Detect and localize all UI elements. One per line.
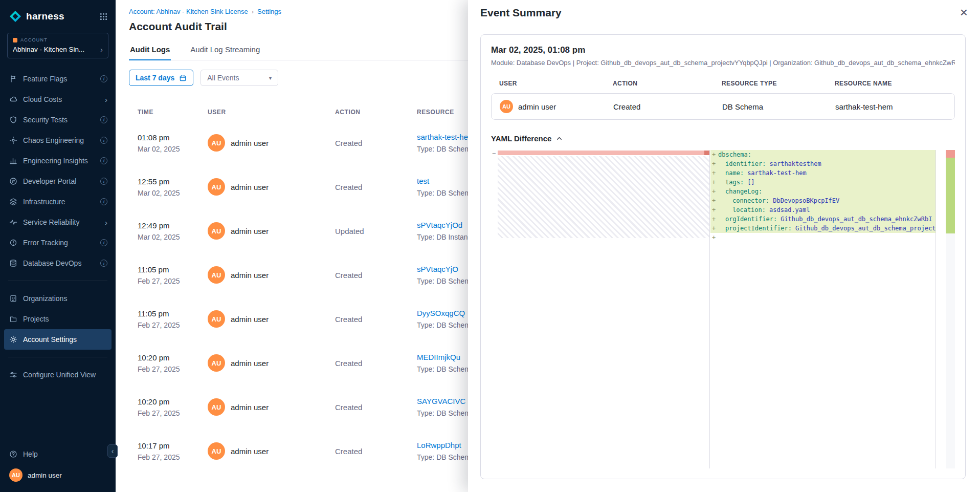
sidebar-item-account-settings[interactable]: Account Settings xyxy=(4,329,112,350)
diff-added-line: +changeLog: xyxy=(710,187,936,196)
yaml-key: identifier: xyxy=(725,160,766,167)
sidebar-item-cloud-costs[interactable]: Cloud Costs › xyxy=(4,89,112,110)
sidebar-item-error-tracking[interactable]: Error Tracking i xyxy=(4,232,112,253)
caret-down-icon: ▾ xyxy=(269,75,272,81)
diff-added-line: +tags:[] xyxy=(710,178,936,187)
event-user: admin user xyxy=(518,102,556,111)
yaml-difference-toggle[interactable]: YAML Difference xyxy=(491,134,563,143)
sidebar-item-engineering-insights[interactable]: Engineering Insights i xyxy=(4,151,112,171)
column-time: TIME xyxy=(138,109,208,116)
brand-name: harness xyxy=(26,11,95,22)
event-timestamp: Mar 02, 2025, 01:08 pm xyxy=(491,45,955,55)
row-time: 01:08 pm xyxy=(138,133,208,142)
row-user: admin user xyxy=(231,447,269,456)
date-range-label: Last 7 days xyxy=(136,74,174,82)
diff-minimap[interactable] xyxy=(946,150,955,468)
sidebar-item-chaos-engineering[interactable]: Chaos Engineering i xyxy=(4,130,112,151)
plus-icon: + xyxy=(710,215,718,224)
plus-icon: + xyxy=(710,233,718,242)
event-resource-type: DB Schema xyxy=(722,102,835,111)
avatar: AU xyxy=(208,354,225,372)
resource-link[interactable]: SAYGVACIVC xyxy=(417,397,465,405)
module-grid-icon[interactable] xyxy=(100,13,107,20)
sidebar-item-label: Help xyxy=(23,450,107,458)
yaml-difference-label: YAML Difference xyxy=(491,134,551,143)
events-filter-dropdown[interactable]: All Events ▾ xyxy=(201,70,278,86)
sidebar-item-projects[interactable]: Projects xyxy=(4,309,112,329)
yaml-key: location: xyxy=(732,206,766,213)
plus-icon: + xyxy=(710,205,718,215)
compass-icon xyxy=(9,177,18,185)
module-nav: Feature Flags i Cloud Costs › Security T… xyxy=(0,69,116,273)
sidebar-item-service-reliability[interactable]: Service Reliability › xyxy=(4,212,112,232)
harness-logo[interactable]: harness xyxy=(0,0,116,29)
column-user: USER xyxy=(208,109,335,116)
sidebar-item-label: Security Tests xyxy=(23,116,95,124)
resource-link[interactable]: sPVtaqcYjO xyxy=(417,265,458,273)
resource-link[interactable]: DyySOxqgCQ xyxy=(417,309,465,317)
plus-icon: + xyxy=(710,150,718,159)
resource-link[interactable]: test xyxy=(417,177,429,185)
resource-link[interactable]: sPVtaqcYjOd xyxy=(417,221,462,229)
info-icon[interactable]: i xyxy=(100,178,107,185)
pulse-icon xyxy=(9,218,18,226)
resource-link[interactable]: LoRwppDhpt xyxy=(417,441,461,450)
sidebar-collapse-handle[interactable]: ‹ xyxy=(107,444,118,458)
column-user: USER xyxy=(499,80,613,87)
breadcrumb-account-link[interactable]: Account: Abhinav - Kitchen Sink License xyxy=(129,8,248,15)
avatar: AU xyxy=(208,134,225,152)
info-icon[interactable]: i xyxy=(100,137,107,144)
building-icon xyxy=(9,294,18,303)
info-icon[interactable]: i xyxy=(100,260,107,267)
error-tracking-icon xyxy=(9,239,18,247)
sidebar-item-label: Account Settings xyxy=(23,335,107,344)
shield-icon xyxy=(9,116,18,124)
resource-link[interactable]: MEDIImjkQu xyxy=(417,353,460,361)
diff-empty-hatch xyxy=(498,156,709,238)
sidebar-item-infrastructure[interactable]: Infrastructure i xyxy=(4,191,112,212)
sidebar-item-organizations[interactable]: Organizations xyxy=(4,288,112,309)
event-table-header: USER ACTION RESOURCE TYPE RESOURCE NAME xyxy=(491,80,955,87)
info-icon[interactable]: i xyxy=(100,239,107,246)
row-user: admin user xyxy=(231,359,269,368)
sidebar-item-feature-flags[interactable]: Feature Flags i xyxy=(4,69,112,89)
sidebar-item-developer-portal[interactable]: Developer Portal i xyxy=(4,171,112,191)
tab-audit-logs[interactable]: Audit Logs xyxy=(129,41,171,60)
diff-line-content: changeLog: xyxy=(718,187,766,196)
tab-audit-log-streaming[interactable]: Audit Log Streaming xyxy=(189,41,261,60)
yaml-value: asdsad.yaml xyxy=(769,206,810,213)
user-menu[interactable]: AU admin user xyxy=(0,464,116,486)
diff-right-divider xyxy=(936,150,936,468)
row-date: Feb 27, 2025 xyxy=(138,277,208,285)
avatar: AU xyxy=(208,398,225,416)
chevron-right-icon: › xyxy=(105,218,107,227)
diff-trailing-line: + xyxy=(710,233,936,242)
sidebar-item-database-devops[interactable]: Database DevOps i xyxy=(4,253,112,273)
sidebar-item-label: Database DevOps xyxy=(23,259,95,267)
info-icon[interactable]: i xyxy=(100,157,107,164)
sidebar-item-configure-unified-view[interactable]: Configure Unified View xyxy=(4,365,112,385)
close-icon[interactable]: × xyxy=(960,6,968,19)
account-selector[interactable]: ACCOUNT Abhinav - Kitchen Sin... › xyxy=(7,33,108,58)
plus-icon: + xyxy=(710,224,718,233)
info-icon[interactable]: i xyxy=(100,75,107,82)
diff-added-line: +connector:DbDevopsoBKpcpIfEV xyxy=(710,196,936,205)
row-date: Feb 27, 2025 xyxy=(138,321,208,329)
row-user: admin user xyxy=(231,403,269,412)
sidebar-item-security-tests[interactable]: Security Tests i xyxy=(4,110,112,130)
breadcrumb-settings-link[interactable]: Settings xyxy=(257,8,281,15)
row-action: Created xyxy=(335,315,417,324)
sidebar-item-help[interactable]: Help xyxy=(4,444,112,464)
sidebar-item-label: Infrastructure xyxy=(23,198,95,206)
column-resource-name: RESOURCE NAME xyxy=(835,80,947,87)
event-meta: Module: Database DevOps | Project: Githu… xyxy=(491,59,955,67)
info-icon[interactable]: i xyxy=(100,116,107,123)
row-action: Created xyxy=(335,139,417,147)
resource-link[interactable]: sarthak-test-hem xyxy=(417,133,475,141)
sliders-icon xyxy=(9,371,18,379)
info-icon[interactable]: i xyxy=(100,198,107,205)
date-range-button[interactable]: Last 7 days xyxy=(129,70,193,86)
plus-icon: + xyxy=(710,196,718,205)
row-action: Created xyxy=(335,359,417,368)
sidebar-divider xyxy=(8,357,107,357)
